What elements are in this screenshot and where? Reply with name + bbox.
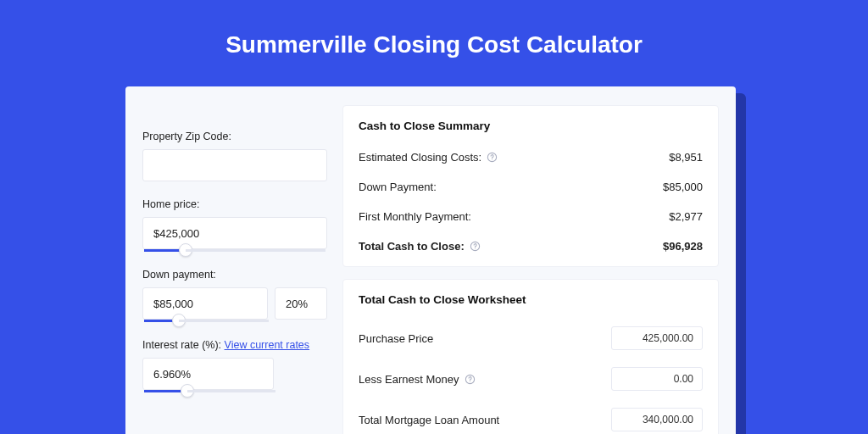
- home-price-input[interactable]: [142, 217, 327, 249]
- summary-row-total: Total Cash to Close: $96,928: [359, 233, 703, 263]
- svg-point-3: [475, 248, 476, 249]
- field-zip: Property Zip Code:: [142, 131, 327, 181]
- help-icon[interactable]: [487, 152, 498, 163]
- summary-value: $96,928: [663, 240, 703, 253]
- summary-row: First Monthly Payment: $2,977: [359, 203, 703, 233]
- worksheet-row: Purchase Price: [359, 318, 703, 359]
- svg-point-1: [492, 159, 492, 160]
- zip-label: Property Zip Code:: [142, 131, 327, 142]
- summary-value: $85,000: [663, 181, 703, 193]
- worksheet-title: Total Cash to Close Worksheet: [359, 293, 703, 306]
- worksheet-label: Less Earnest Money: [359, 373, 459, 386]
- down-payment-slider[interactable]: [144, 320, 269, 322]
- slider-handle[interactable]: [181, 384, 194, 398]
- interest-label: Interest rate (%): View current rates: [142, 339, 327, 351]
- interest-rate-input[interactable]: [142, 358, 274, 390]
- worksheet-row: Less Earnest Money: [359, 359, 703, 399]
- worksheet-panel: Total Cash to Close Worksheet Purchase P…: [342, 279, 719, 434]
- interest-rate-slider[interactable]: [144, 390, 275, 392]
- inputs-column: Property Zip Code: Home price: Down paym…: [142, 105, 327, 434]
- field-interest-rate: Interest rate (%): View current rates: [142, 339, 327, 392]
- slider-handle[interactable]: [179, 243, 192, 257]
- field-down-payment: Down payment:: [142, 269, 327, 322]
- home-price-slider[interactable]: [144, 249, 326, 252]
- summary-title: Cash to Close Summary: [359, 120, 703, 132]
- field-home-price: Home price:: [142, 198, 327, 252]
- summary-value: $8,951: [669, 151, 703, 164]
- svg-point-5: [470, 381, 470, 381]
- worksheet-label: Total Mortgage Loan Amount: [359, 414, 499, 426]
- summary-panel: Cash to Close Summary Estimated Closing …: [342, 105, 719, 267]
- results-column: Cash to Close Summary Estimated Closing …: [342, 105, 719, 434]
- page-title: Summerville Closing Cost Calculator: [0, 0, 868, 82]
- summary-row: Down Payment: $85,000: [359, 174, 703, 203]
- summary-label: Estimated Closing Costs:: [359, 151, 481, 164]
- zip-input[interactable]: [142, 149, 327, 181]
- help-icon[interactable]: [470, 241, 481, 252]
- worksheet-input[interactable]: [611, 326, 703, 350]
- worksheet-label: Purchase Price: [359, 332, 433, 345]
- worksheet-input[interactable]: [611, 408, 703, 431]
- summary-label: Down Payment:: [359, 181, 437, 193]
- summary-value: $2,977: [669, 210, 703, 223]
- slider-handle[interactable]: [172, 314, 186, 327]
- down-payment-label: Down payment:: [142, 269, 327, 281]
- view-rates-link[interactable]: View current rates: [225, 339, 310, 351]
- worksheet-row: Total Mortgage Loan Amount: [359, 399, 703, 434]
- calculator-card: Property Zip Code: Home price: Down paym…: [125, 86, 736, 434]
- summary-label: Total Cash to Close:: [359, 240, 465, 253]
- down-payment-input[interactable]: [142, 287, 268, 320]
- help-icon[interactable]: [465, 374, 476, 385]
- down-payment-pct-input[interactable]: [275, 287, 327, 320]
- worksheet-input[interactable]: [611, 367, 703, 391]
- summary-row: Estimated Closing Costs: $8,951: [359, 144, 703, 174]
- summary-label: First Monthly Payment:: [359, 210, 471, 223]
- home-price-label: Home price:: [142, 198, 327, 210]
- interest-label-text: Interest rate (%):: [142, 339, 225, 351]
